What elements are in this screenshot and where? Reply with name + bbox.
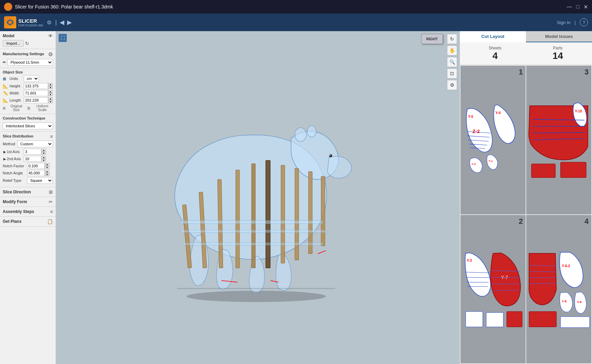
app-settings-button[interactable]: ⚙ — [46, 19, 53, 26]
length-input[interactable] — [24, 97, 48, 103]
bear-container — [139, 106, 376, 309]
relief-type-label: Relief Type — [3, 178, 27, 183]
thumb3-number: 2 — [519, 217, 523, 226]
rotate-button[interactable]: ↻ — [447, 34, 457, 44]
model-section-header: Model 👁 — [3, 33, 53, 39]
notch-factor-input[interactable] — [27, 163, 45, 169]
notch-angle-input[interactable] — [27, 170, 45, 176]
settings-3d-button[interactable]: ⚙ — [447, 80, 457, 90]
thumb3-svg: Y-3 Y-7 — [461, 215, 526, 364]
height-input[interactable] — [24, 83, 48, 89]
viewport-toolbar: ↻ ✋ 🔍 ⊡ ⚙ — [447, 34, 457, 90]
axis1-input[interactable] — [24, 149, 41, 155]
import-row: Import... ↻ — [3, 40, 53, 47]
axis2-play-button[interactable]: ▶ — [3, 157, 7, 161]
units-dropdown[interactable]: cm — [24, 75, 39, 82]
uniform-scale-button[interactable]: Uniform Scale — [32, 104, 53, 112]
tab-model-issues[interactable]: Model Issues — [526, 31, 592, 42]
slice-direction-section[interactable]: Slice Direction ⊞ — [0, 187, 56, 197]
axis2-down-button[interactable]: ▼ — [41, 159, 46, 162]
width-input[interactable] — [24, 90, 48, 96]
tab-cut-layout[interactable]: Cut Layout — [460, 31, 526, 42]
thumbnail-2[interactable]: 3 Y-10 — [526, 66, 591, 214]
notch-angle-down-button[interactable]: ▼ — [45, 173, 49, 176]
back-button[interactable]: ◀ — [60, 19, 64, 26]
width-down-button[interactable]: ▼ — [48, 93, 53, 96]
length-input-wrap: ▲ ▼ — [24, 97, 53, 103]
length-down-button[interactable]: ▼ — [48, 100, 53, 103]
svg-point-20 — [295, 127, 306, 141]
svg-rect-11 — [308, 171, 312, 254]
get-plans-section[interactable]: Get Plans 📋 — [0, 217, 56, 227]
help-button[interactable]: ? — [580, 18, 588, 26]
title-bar-left: Slicer for Fusion 360: Polar bear shelf-… — [4, 3, 113, 11]
notch-factor-up-button[interactable]: ▲ — [45, 163, 49, 166]
toolbar-separator: | — [575, 20, 576, 25]
svg-rect-14 — [180, 230, 326, 232]
forward-button[interactable]: ▶ — [67, 19, 72, 26]
model-visibility-button[interactable]: 👁 — [48, 33, 53, 39]
svg-rect-12 — [321, 176, 325, 245]
width-input-wrap: ▲ ▼ — [24, 90, 53, 96]
import-button[interactable]: Import... — [3, 40, 24, 47]
assembly-steps-label: Assembly Steps — [3, 209, 34, 214]
close-button[interactable]: ✕ — [584, 4, 588, 10]
construction-title: Construction Technique — [3, 116, 53, 120]
method-dropdown[interactable]: Custom — [17, 141, 53, 147]
svg-text:Y-5: Y-5 — [468, 115, 473, 119]
width-up-button[interactable]: ▲ — [48, 90, 53, 93]
axis1-label: 1st Axis — [7, 150, 24, 154]
minimize-button[interactable]: — — [567, 4, 572, 10]
thumbnail-1[interactable]: 1 Y-5 Y-4 Z-2 — [461, 66, 526, 214]
thumb2-number: 3 — [585, 68, 589, 77]
get-plans-button[interactable]: 📋 — [47, 219, 53, 224]
cube-indicator: RIGHT — [421, 34, 443, 44]
relief-type-dropdown[interactable]: Square — [27, 177, 53, 184]
axis1-down-button[interactable]: ▼ — [41, 152, 46, 155]
height-down-button[interactable]: ▼ — [48, 86, 53, 89]
svg-rect-10 — [295, 168, 299, 260]
method-label: Method — [3, 142, 15, 146]
sheets-label: Sheets — [489, 46, 501, 50]
units-label: Units — [9, 77, 24, 81]
slice-dist-options-button[interactable]: ≡ — [50, 134, 53, 139]
sign-in-button[interactable]: Sign In — [557, 20, 570, 25]
mfg-settings-button[interactable]: ⚙ — [48, 51, 53, 58]
material-dropdown[interactable]: Plywood 11.5mm — [7, 59, 53, 66]
refresh-button[interactable]: ↻ — [25, 41, 29, 46]
modify-form-button[interactable]: ✏ — [49, 199, 53, 205]
modify-form-label: Modify Form — [3, 199, 27, 204]
modify-form-section[interactable]: Modify Form ✏ — [0, 197, 56, 207]
thumb4-svg: Y-6-2 Y-8 Y-9 — [526, 215, 591, 364]
notch-angle-up-button[interactable]: ▲ — [45, 170, 49, 173]
notch-factor-down-button[interactable]: ▼ — [45, 166, 49, 169]
axis2-up-button[interactable]: ▲ — [41, 156, 46, 159]
zoom-button[interactable]: 🔍 — [447, 57, 457, 67]
axis2-input[interactable] — [24, 156, 41, 162]
thumbnail-4[interactable]: 4 Y-6-2 Y-8 Y-9 — [526, 215, 591, 364]
window-title: Slicer for Fusion 360: Polar bear shelf-… — [15, 4, 113, 9]
fit-button[interactable]: ⊡ — [447, 68, 457, 79]
svg-rect-65 — [529, 311, 556, 326]
height-up-button[interactable]: ▲ — [48, 83, 53, 86]
slice-direction-button[interactable]: ⊞ — [49, 189, 53, 195]
construction-dropdown[interactable]: Interlocked Slices — [3, 123, 53, 129]
assembly-steps-section[interactable]: Assembly Steps ≡ — [0, 207, 56, 217]
original-size-button[interactable]: Original Size — [7, 104, 26, 112]
fullscreen-button[interactable]: ⛶ — [59, 34, 67, 42]
original-size-row: ⊞ Original Size ⛓ Uniform Scale — [3, 104, 53, 112]
assembly-steps-button[interactable]: ≡ — [50, 209, 53, 214]
maximize-button[interactable]: □ — [576, 4, 579, 10]
axis1-play-button[interactable]: ▶ — [3, 150, 7, 154]
pan-button[interactable]: ✋ — [447, 45, 457, 56]
title-bar-controls[interactable]: — □ ✕ — [567, 4, 588, 10]
object-size-section: Object Size ▦ Units cm 📐 Height ▲ ▼ — [0, 68, 56, 114]
right-panel: Cut Layout Model Issues Sheets 4 Parts 1… — [460, 31, 592, 364]
chain-icon: ⛓ — [27, 106, 30, 110]
thumbnail-3[interactable]: 2 Y-3 Y-7 — [461, 215, 526, 364]
svg-point-23 — [329, 154, 331, 156]
svg-text:Y-6-2: Y-6-2 — [562, 264, 570, 267]
viewport[interactable]: ⛶ RIGHT ↻ ✋ 🔍 ⊡ ⚙ — [56, 31, 460, 364]
length-up-button[interactable]: ▲ — [48, 97, 53, 100]
axis1-up-button[interactable]: ▲ — [41, 149, 46, 152]
